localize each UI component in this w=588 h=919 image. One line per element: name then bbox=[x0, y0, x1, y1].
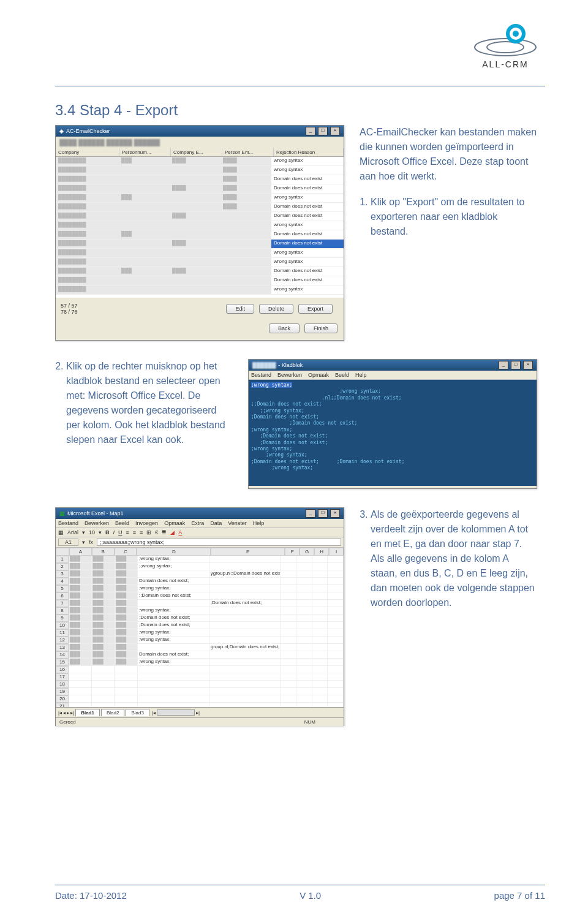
excel-row[interactable]: 2█████████;;wrong syntax; bbox=[56, 563, 344, 570]
maximize-icon[interactable]: □ bbox=[511, 361, 521, 369]
excel-row[interactable]: 1█████████;wrong syntax; bbox=[56, 556, 344, 563]
formula-value[interactable]: ;;aaaaaaaa;;wrong syntax; bbox=[97, 539, 341, 546]
excel-row[interactable]: 15█████████;wrong syntax; bbox=[56, 659, 344, 666]
table-row[interactable]: ████████████wrong syntax bbox=[56, 166, 344, 175]
sheet-tab-1[interactable]: Blad1 bbox=[75, 709, 100, 716]
menu-item[interactable]: Bewerken bbox=[277, 372, 302, 378]
col-header[interactable]: B bbox=[92, 548, 115, 556]
col-company-e[interactable]: Company E... bbox=[171, 148, 222, 156]
excel-row[interactable]: 19 bbox=[56, 688, 344, 695]
excel-row[interactable]: 6█████████;;Domain does not exist; bbox=[56, 592, 344, 600]
tab-nav-first-icon[interactable]: |◂ bbox=[58, 710, 62, 716]
back-button[interactable]: Back bbox=[269, 323, 300, 333]
align-left-icon[interactable]: ≡ bbox=[126, 529, 129, 535]
align-right-icon[interactable]: ≡ bbox=[140, 529, 143, 535]
minimize-icon[interactable]: _ bbox=[306, 127, 315, 135]
menu-item[interactable]: Opmaak bbox=[308, 372, 329, 378]
excel-formula-bar[interactable]: A1 ▾ fx ;;aaaaaaaa;;wrong syntax; bbox=[56, 537, 344, 548]
table-row[interactable]: ████████wrong syntax bbox=[56, 221, 344, 230]
currency-icon[interactable]: € bbox=[155, 529, 158, 535]
excel-menubar[interactable]: BestandBewerkenBeeldInvoegenOpmaakExtraD… bbox=[56, 519, 344, 528]
edit-button[interactable]: Edit bbox=[226, 304, 254, 314]
menu-item[interactable]: Venster bbox=[228, 520, 247, 526]
table-row[interactable]: ████████Domain does not exist bbox=[56, 276, 344, 286]
menu-item[interactable]: Help bbox=[253, 520, 265, 526]
excel-row[interactable]: 14█████████Domain does not exist; bbox=[56, 651, 344, 659]
excel-grid[interactable]: ABCDEFGHI 1█████████;wrong syntax;2█████… bbox=[56, 548, 344, 707]
excel-row[interactable]: 12█████████;wrong syntax; bbox=[56, 637, 344, 644]
excel-row[interactable]: 3█████████ygroup.nl;;Domain does not exi… bbox=[56, 570, 344, 578]
tab-nav-last-icon[interactable]: ▸| bbox=[70, 710, 74, 716]
menu-item[interactable]: Bestand bbox=[251, 372, 271, 378]
col-header[interactable]: F bbox=[285, 548, 300, 556]
excel-row[interactable]: 17 bbox=[56, 673, 344, 681]
hscrollbar[interactable] bbox=[157, 709, 195, 716]
col-personnum[interactable]: Personnum... bbox=[119, 148, 171, 156]
hscroll-right-icon[interactable]: ▸| bbox=[196, 710, 200, 716]
col-person-em[interactable]: Person Em... bbox=[222, 148, 274, 156]
font-size[interactable]: 10 bbox=[89, 529, 95, 535]
delete-button[interactable]: Delete bbox=[259, 304, 293, 314]
hscroll-left-icon[interactable]: |◂ bbox=[152, 710, 156, 716]
close-icon[interactable]: × bbox=[523, 361, 533, 369]
menu-item[interactable]: Extra bbox=[191, 520, 204, 526]
italic-icon[interactable]: I bbox=[113, 529, 115, 535]
close-icon[interactable]: × bbox=[330, 509, 340, 518]
table-row[interactable]: ████████████████Domain does not exist bbox=[56, 184, 344, 194]
menu-item[interactable]: Beeld bbox=[335, 372, 349, 378]
menu-item[interactable]: Data bbox=[210, 520, 222, 526]
finish-button[interactable]: Finish bbox=[304, 323, 337, 333]
col-rejection[interactable]: Rejection Reason bbox=[274, 148, 344, 156]
col-header[interactable]: A bbox=[69, 548, 92, 556]
align-center-icon[interactable]: ≡ bbox=[133, 529, 136, 535]
excel-row[interactable]: 20 bbox=[56, 695, 344, 703]
col-header[interactable]: I bbox=[329, 548, 344, 556]
font-name[interactable]: Arial bbox=[67, 529, 78, 535]
close-icon[interactable]: × bbox=[330, 127, 340, 135]
col-header[interactable]: H bbox=[314, 548, 329, 556]
table-row[interactable]: ████████wrong syntax bbox=[56, 286, 344, 295]
tab-nav-prev-icon[interactable]: ◂ bbox=[63, 710, 66, 716]
excel-row[interactable]: 11█████████;wrong syntax; bbox=[56, 629, 344, 637]
menu-item[interactable]: Bewerken bbox=[85, 520, 109, 526]
table-row[interactable]: ████████████Domain does not exist bbox=[56, 175, 344, 184]
excel-row[interactable]: 13█████████group.nl;Domain does not exis… bbox=[56, 644, 344, 651]
menu-item[interactable]: Help bbox=[355, 372, 367, 378]
menu-item[interactable]: Bestand bbox=[58, 520, 78, 526]
table-row[interactable]: ███████████████Domain does not exist bbox=[56, 267, 344, 276]
excel-row[interactable]: 10█████████;Domain does not exist; bbox=[56, 622, 344, 629]
table-row[interactable]: ████████wrong syntax bbox=[56, 258, 344, 267]
col-header[interactable]: D bbox=[137, 548, 211, 556]
maximize-icon[interactable]: □ bbox=[318, 127, 328, 135]
excel-row[interactable]: 7█████████;Domain does not exist; bbox=[56, 600, 344, 607]
indent-icon[interactable]: ≣ bbox=[162, 529, 167, 535]
excel-toolbar[interactable]: ▦ Arial ▾ 10 ▾ B I U ≡ ≡ ≡ ⊞ € ≣ ◢ A bbox=[56, 528, 344, 537]
table-row[interactable]: ████████wrong syntax bbox=[56, 249, 344, 258]
table-row[interactable]: ████████████Domain does not exist bbox=[56, 212, 344, 221]
excel-row[interactable]: 4█████████Domain does not exist; bbox=[56, 578, 344, 585]
col-company[interactable]: Company bbox=[56, 148, 119, 156]
excel-row[interactable]: 21 bbox=[56, 703, 344, 707]
bold-icon[interactable]: B bbox=[105, 529, 110, 535]
menu-item[interactable]: Beeld bbox=[115, 520, 129, 526]
table-row[interactable]: ███████████████wrong syntax bbox=[56, 194, 344, 203]
export-button[interactable]: Export bbox=[298, 304, 333, 314]
menu-item[interactable]: Invoegen bbox=[135, 520, 158, 526]
table-row[interactable]: ███████████Domain does not exist bbox=[56, 230, 344, 240]
col-header[interactable]: E bbox=[211, 548, 285, 556]
excel-row[interactable]: 5█████████;wrong syntax; bbox=[56, 585, 344, 592]
col-header[interactable]: G bbox=[300, 548, 314, 556]
excel-row[interactable]: 18 bbox=[56, 681, 344, 688]
minimize-icon[interactable]: _ bbox=[499, 361, 508, 369]
menu-item[interactable]: Opmaak bbox=[164, 520, 185, 526]
sheet-tab-2[interactable]: Blad2 bbox=[101, 709, 124, 716]
merge-icon[interactable]: ⊞ bbox=[146, 529, 151, 535]
excel-row[interactable]: 16 bbox=[56, 666, 344, 673]
maximize-icon[interactable]: □ bbox=[318, 509, 328, 518]
excel-sheet-tabs[interactable]: |◂ ◂ ▸ ▸| Blad1 Blad2 Blad3 |◂ ▸| bbox=[56, 707, 344, 717]
grid-body[interactable]: ███████████████████wrong syntax█████████… bbox=[56, 157, 344, 298]
sheet-tab-3[interactable]: Blad3 bbox=[126, 709, 149, 716]
table-row[interactable]: ████████████Domain does not exist bbox=[56, 203, 344, 212]
kladblok-menubar[interactable]: BestandBewerkenOpmaakBeeldHelp bbox=[249, 371, 537, 380]
font-color-icon[interactable]: A bbox=[178, 529, 182, 535]
